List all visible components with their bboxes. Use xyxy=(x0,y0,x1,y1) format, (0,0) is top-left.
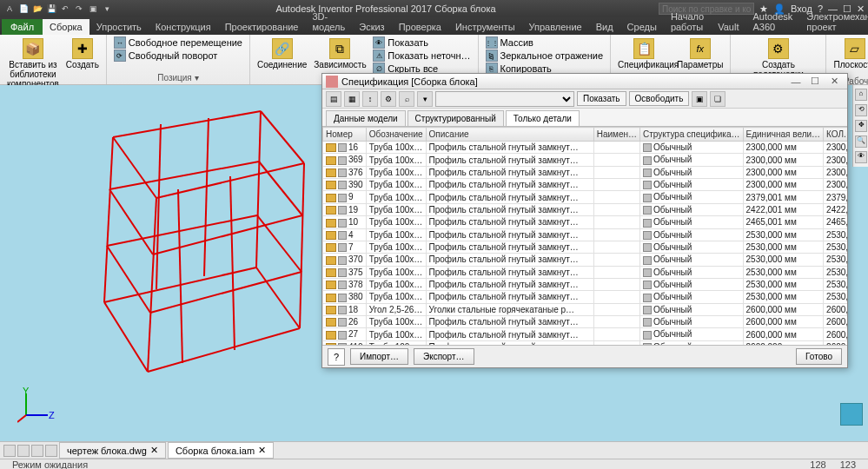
table-row[interactable]: 26Труба 100x…Профиль стальной гнутый зам… xyxy=(323,316,848,328)
table-row[interactable]: 375Труба 100x…Профиль стальной гнутый за… xyxy=(323,266,848,278)
status-b: 123 xyxy=(833,459,863,470)
create-button[interactable]: ✚Создать xyxy=(64,36,101,71)
viewcube[interactable] xyxy=(840,403,863,426)
table-row[interactable]: 4Труба 100x…Профиль стальной гнутый замк… xyxy=(323,228,848,241)
free-rotate-button[interactable]: ⟳Свободный поворот xyxy=(112,50,244,62)
ribbon-tab-0[interactable]: Сборка xyxy=(43,19,89,35)
ribbon-tab-7[interactable]: Инструменты xyxy=(448,19,522,35)
table-row[interactable]: 390Труба 100x…Профиль стальной гнутый за… xyxy=(323,179,848,191)
close-icon[interactable]: ✕ xyxy=(825,76,844,87)
home-icon[interactable]: ⌂ xyxy=(855,89,867,101)
ribbon-tab-11[interactable]: Начало работы xyxy=(664,9,711,35)
col-header[interactable]: Структура специфика… xyxy=(640,128,743,142)
table-row[interactable]: 19Труба 100x…Профиль стальной гнутый зам… xyxy=(323,203,848,215)
col-header[interactable]: Номер xyxy=(323,128,367,142)
qat-more-icon[interactable]: ▾ xyxy=(101,3,113,15)
bom-window: Спецификация [Сборка блока] — ☐ ✕ ▤ ▦ ↕ … xyxy=(321,73,848,368)
joint-button[interactable]: 🔗Соединение xyxy=(255,36,308,71)
ribbon-tab-10[interactable]: Среды xyxy=(620,19,664,35)
help-button[interactable]: ? xyxy=(328,348,345,366)
table-row[interactable]: 378Труба 100x…Профиль стальной гнутый за… xyxy=(323,278,848,290)
table-row[interactable]: 7Труба 100x…Профиль стальной гнутый замк… xyxy=(323,241,848,253)
parameters-button[interactable]: fxПараметры xyxy=(675,36,725,71)
ribbon-tab-8[interactable]: Управление xyxy=(522,19,589,35)
done-button[interactable]: Готово xyxy=(796,348,842,365)
ribbon-tab-4[interactable]: 3D-модель xyxy=(306,9,353,35)
show-bad-button[interactable]: ⚠Показать неточн… xyxy=(371,50,472,62)
ribbon-tab-12[interactable]: Vault xyxy=(711,19,745,35)
ribbon-tab-13[interactable]: Autodesk A360 xyxy=(745,9,799,35)
col-header[interactable]: Наимен… xyxy=(593,128,639,142)
table-row[interactable]: 380Труба 100x…Профиль стальной гнутый за… xyxy=(323,291,848,303)
show-button[interactable]: Показать xyxy=(577,91,626,106)
table-row[interactable]: 27Труба 100x…Профиль стальной гнутый зам… xyxy=(323,328,848,340)
bom-button[interactable]: 📋Спецификация xyxy=(616,36,672,71)
bom-grid[interactable]: НомерОбозначениеОписаниеНаимен…Структура… xyxy=(322,126,847,345)
tb-btn-1[interactable]: ▤ xyxy=(326,91,341,107)
close-icon[interactable]: ✕ xyxy=(150,445,158,456)
tab-model-data[interactable]: Данные модели xyxy=(326,110,406,126)
export-button[interactable]: Экспорт… xyxy=(414,348,474,365)
dtab-icon[interactable] xyxy=(3,445,16,457)
ribbon-tab-1[interactable]: Упростить xyxy=(89,19,149,35)
look-icon[interactable]: 👁 xyxy=(855,151,867,163)
import-button[interactable]: Импорт… xyxy=(350,348,408,365)
table-row[interactable]: 9Труба 100x…Профиль стальной гнутый замк… xyxy=(323,191,848,203)
col-header[interactable]: КОЛ. xyxy=(824,128,847,142)
table-row[interactable]: 18Угол 2,5-26…Уголки стальные горячеката… xyxy=(323,303,848,315)
free-button[interactable]: Освободить xyxy=(629,91,690,106)
col-header[interactable]: Обозначение xyxy=(366,128,426,142)
qat-undo-icon[interactable]: ↶ xyxy=(59,3,71,15)
ribbon-tab-3[interactable]: Проектирование xyxy=(218,19,306,35)
ribbon-tab-2[interactable]: Конструкция xyxy=(149,19,218,35)
tb-btn-6[interactable]: ▾ xyxy=(417,91,433,107)
pattern-button[interactable]: ⋮⋮Массив xyxy=(484,36,606,49)
qat-save-icon[interactable]: 💾 xyxy=(45,3,57,15)
table-row[interactable]: 16Труба 100x…Профиль стальной гнутый зам… xyxy=(323,142,848,154)
ribbon-tab-6[interactable]: Проверка xyxy=(392,19,448,35)
panel-position-label[interactable]: Позиция ▾ xyxy=(112,71,244,83)
plane-button[interactable]: ▱Плоскость xyxy=(832,36,868,71)
qat-redo-icon[interactable]: ↷ xyxy=(73,3,85,15)
doctab-assembly[interactable]: Сборка блока.iam✕ xyxy=(168,442,274,459)
close-icon[interactable]: ✕ xyxy=(258,445,266,456)
tb-btn-4[interactable]: ⚙ xyxy=(381,91,396,107)
table-row[interactable]: 376Труба 100x…Профиль стальной гнутый за… xyxy=(323,166,848,178)
col-header[interactable]: Описание xyxy=(426,128,593,142)
doctab-drawing[interactable]: чертеж блока.dwg✕ xyxy=(59,442,166,459)
qat-open-icon[interactable]: 📂 xyxy=(31,3,43,15)
pan-icon[interactable]: ✥ xyxy=(855,120,867,132)
qat-select-icon[interactable]: ▣ xyxy=(87,3,99,15)
ribbon-tab-14[interactable]: Электромеханический проект xyxy=(799,9,868,35)
dtab-icon[interactable] xyxy=(45,445,57,457)
ribbon-tab-9[interactable]: Вид xyxy=(589,19,620,35)
ribbon-tab-5[interactable]: Эскиз xyxy=(352,19,391,35)
table-row[interactable]: 369Труба 100x…Профиль стальной гнутый за… xyxy=(323,154,848,166)
insert-from-library-button[interactable]: 📦Вставить из библиотеки компонентов xyxy=(5,36,61,90)
free-move-button[interactable]: ↔Свободное перемещение xyxy=(112,36,244,49)
constraint-button[interactable]: ⧉Зависимость xyxy=(312,36,368,71)
maximize-icon[interactable]: ☐ xyxy=(805,76,825,87)
dtab-icon[interactable] xyxy=(31,445,43,457)
tb-btn-5[interactable]: ⌕ xyxy=(399,91,414,107)
svg-line-3 xyxy=(113,137,156,198)
ribbon-tabs: Файл СборкаУпроститьКонструкцияПроектиро… xyxy=(0,17,868,35)
zoom-icon[interactable]: 🔍 xyxy=(855,135,867,148)
table-row[interactable]: 10Труба 100x…Профиль стальной гнутый зам… xyxy=(323,216,848,228)
col-header[interactable]: Единичная вели… xyxy=(743,128,824,142)
tb-btn-3[interactable]: ↕ xyxy=(362,91,378,107)
show-button[interactable]: 👁Показать xyxy=(371,36,472,49)
qat-new-icon[interactable]: 📄 xyxy=(17,3,30,15)
tab-parts-only[interactable]: Только детали xyxy=(506,110,580,126)
file-tab[interactable]: Файл xyxy=(2,19,43,35)
minimize-icon[interactable]: — xyxy=(786,76,805,87)
tb-btn-7[interactable]: ▣ xyxy=(692,91,707,107)
tb-btn-8[interactable]: ❏ xyxy=(710,91,726,107)
dtab-icon[interactable] xyxy=(17,445,30,457)
orbit-icon[interactable]: ⟲ xyxy=(855,104,867,116)
table-row[interactable]: 370Труба 100x…Профиль стальной гнутый за… xyxy=(323,254,848,266)
view-select[interactable] xyxy=(435,91,574,107)
tab-structured[interactable]: Структурированный xyxy=(407,110,504,126)
tb-btn-2[interactable]: ▦ xyxy=(344,91,360,107)
mirror-button[interactable]: ⧎Зеркальное отражение xyxy=(484,50,606,62)
